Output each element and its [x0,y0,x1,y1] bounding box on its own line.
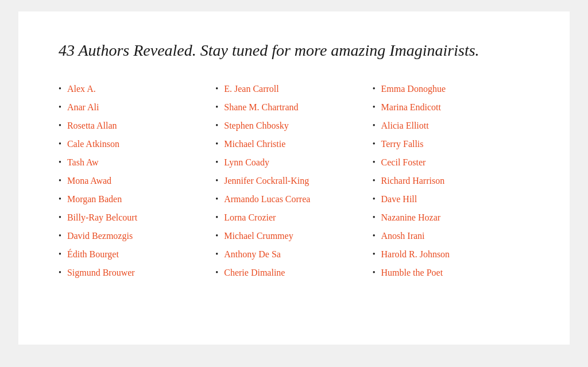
author-link[interactable]: Cecil Foster [381,157,426,168]
author-link[interactable]: Anar Ali [67,102,99,113]
author-link[interactable]: Billy-Ray Belcourt [67,213,137,223]
author-link[interactable]: Harold R. Johnson [381,249,450,260]
list-item: Anthony De Sa [215,249,372,260]
list-item: Terry Fallis [373,139,529,149]
author-link[interactable]: Cherie Dimaline [224,268,285,278]
author-link[interactable]: Michael Christie [224,139,285,149]
page-container: 43 Authors Revealed. Stay tuned for more… [18,11,570,345]
author-link[interactable]: Édith Bourget [67,249,119,260]
author-link[interactable]: David Bezmozgis [67,231,133,241]
list-item: Harold R. Johnson [373,249,529,260]
author-link[interactable]: Morgan Baden [67,194,122,204]
list-item: Sigmund Brouwer [59,268,215,278]
authors-column-1: Alex A.Anar AliRosetta AllanCale Atkinso… [59,84,215,286]
author-link[interactable]: E. Jean Carroll [224,84,279,94]
author-link[interactable]: Dave Hill [381,194,417,204]
author-link[interactable]: Rosetta Allan [67,121,117,131]
author-link[interactable]: Sigmund Brouwer [67,268,135,278]
list-item: Alicia Elliott [373,121,529,131]
list-item: Mona Awad [59,176,215,186]
list-item: Richard Harrison [373,176,529,186]
list-item: Nazanine Hozar [373,213,529,223]
author-link[interactable]: Tash Aw [67,157,99,168]
author-link[interactable]: Mona Awad [67,176,111,186]
list-item: Humble the Poet [373,268,529,278]
author-link[interactable]: Lynn Coady [224,157,269,168]
list-item: Alex A. [59,84,215,94]
authors-column-2: E. Jean CarrollShane M. ChartrandStephen… [215,84,372,286]
list-item: Shane M. Chartrand [215,102,372,113]
author-link[interactable]: Anosh Irani [381,231,425,241]
author-link[interactable]: Anthony De Sa [224,249,281,260]
author-link[interactable]: Richard Harrison [381,176,445,186]
author-link[interactable]: Emma Donoghue [381,84,446,94]
list-item: Tash Aw [59,157,215,168]
author-link[interactable]: Jennifer Cockrall-King [224,176,309,186]
author-link[interactable]: Cale Atkinson [67,139,119,149]
list-item: Lorna Crozier [215,213,372,223]
author-link[interactable]: Humble the Poet [381,268,443,278]
author-link[interactable]: Lorna Crozier [224,213,276,223]
list-item: David Bezmozgis [59,231,215,241]
list-item: Cecil Foster [373,157,529,168]
list-item: Lynn Coady [215,157,372,168]
list-item: Marina Endicott [373,102,529,113]
list-item: Stephen Chbosky [215,121,372,131]
list-item: Emma Donoghue [373,84,529,94]
author-link[interactable]: Shane M. Chartrand [224,102,298,113]
list-item: E. Jean Carroll [215,84,372,94]
list-item: Dave Hill [373,194,529,204]
authors-grid: Alex A.Anar AliRosetta AllanCale Atkinso… [59,84,529,286]
list-item: Michael Christie [215,139,372,149]
author-link[interactable]: Stephen Chbosky [224,121,288,131]
author-link[interactable]: Alex A. [67,84,96,94]
list-item: Billy-Ray Belcourt [59,213,215,223]
list-item: Cale Atkinson [59,139,215,149]
list-item: Édith Bourget [59,249,215,260]
list-item: Armando Lucas Correa [215,194,372,204]
author-link[interactable]: Armando Lucas Correa [224,194,310,204]
list-item: Morgan Baden [59,194,215,204]
list-item: Rosetta Allan [59,121,215,131]
list-item: Jennifer Cockrall-King [215,176,372,186]
authors-column-3: Emma DonoghueMarina EndicottAlicia Ellio… [373,84,529,286]
author-link[interactable]: Alicia Elliott [381,121,429,131]
list-item: Michael Crummey [215,231,372,241]
list-item: Anosh Irani [373,231,529,241]
author-link[interactable]: Terry Fallis [381,139,424,149]
page-title: 43 Authors Revealed. Stay tuned for more… [59,40,529,61]
author-link[interactable]: Marina Endicott [381,102,441,113]
list-item: Cherie Dimaline [215,268,372,278]
author-link[interactable]: Michael Crummey [224,231,293,241]
author-link[interactable]: Nazanine Hozar [381,213,441,223]
list-item: Anar Ali [59,102,215,113]
